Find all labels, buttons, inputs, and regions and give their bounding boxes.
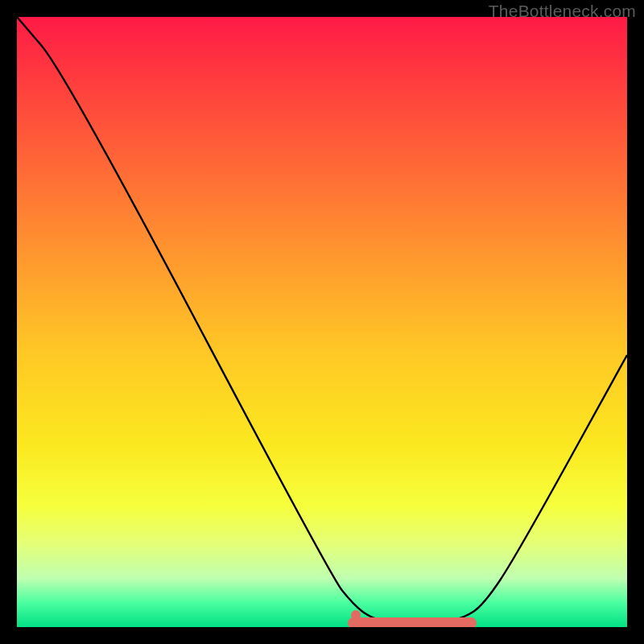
chart-plot-area (17, 17, 627, 627)
watermark-text: TheBottleneck.com (489, 2, 636, 21)
bottleneck-curve (17, 17, 627, 627)
curve-line (17, 17, 627, 623)
svg-point-1 (351, 610, 361, 620)
